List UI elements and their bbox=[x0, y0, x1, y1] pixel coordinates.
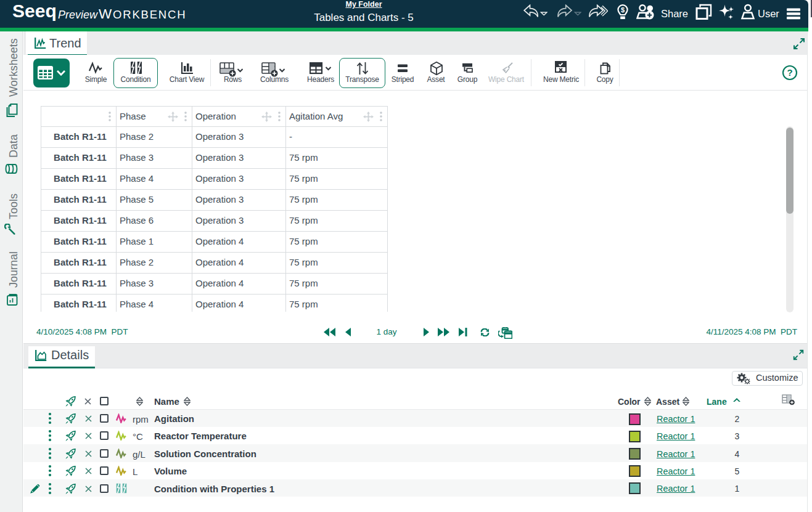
svg-text:$: $ bbox=[621, 6, 625, 14]
svg-text:?: ? bbox=[787, 67, 792, 78]
